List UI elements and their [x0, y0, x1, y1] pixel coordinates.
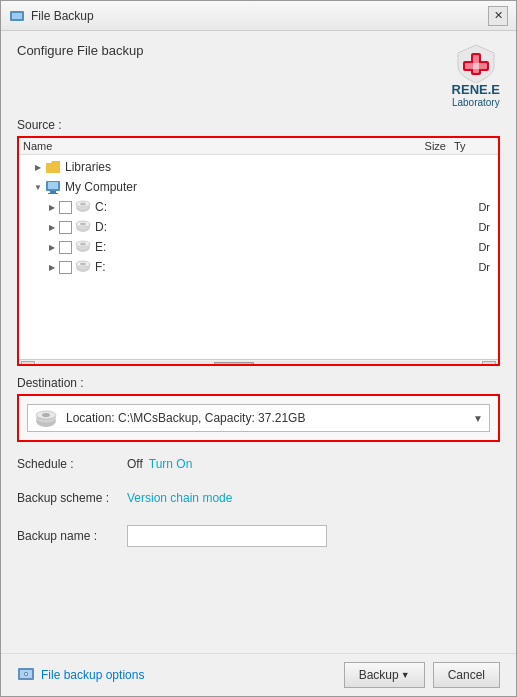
main-content: Configure File backup RENE.E Laboratory …: [1, 31, 516, 653]
expand-d[interactable]: ▶: [45, 220, 59, 234]
cancel-button[interactable]: Cancel: [433, 662, 500, 688]
tree-item-f[interactable]: ▶ F: Dr: [19, 257, 498, 277]
checkbox-c[interactable]: [59, 201, 72, 214]
header-area: Configure File backup RENE.E Laboratory: [17, 43, 500, 108]
svg-point-22: [80, 243, 86, 246]
pc-icon-mycomputer: [45, 180, 61, 194]
tree-col-type: Ty: [454, 140, 494, 152]
title-bar: File Backup ✕: [1, 1, 516, 31]
backup-name-row: Backup name :: [17, 520, 500, 552]
main-window: File Backup ✕ Configure File backup RENE…: [0, 0, 517, 697]
options-icon: [17, 667, 35, 683]
expand-c[interactable]: ▶: [45, 200, 59, 214]
backup-name-label: Backup name :: [17, 529, 127, 543]
dest-disk-icon: [34, 409, 58, 427]
footer-buttons: Backup ▼ Cancel: [344, 662, 500, 688]
tree-label-f: F:: [95, 260, 106, 274]
checkbox-d[interactable]: [59, 221, 72, 234]
tree-label-e: E:: [95, 240, 106, 254]
disk-icon-c: [75, 200, 91, 214]
backup-scheme-value[interactable]: Version chain mode: [127, 491, 232, 505]
tree-item-libraries[interactable]: ▶ Libraries: [19, 157, 498, 177]
logo-icon: [452, 43, 500, 83]
destination-section: Destination : Location: C:\MCsBackup, Ca…: [17, 376, 500, 442]
schedule-status: Off: [127, 457, 143, 471]
scroll-track[interactable]: [37, 361, 480, 367]
svg-point-34: [25, 673, 27, 675]
tree-item-e[interactable]: ▶ E: Dr: [19, 237, 498, 257]
destination-box: Location: C:\MCsBackup, Capacity: 37.21G…: [17, 394, 500, 442]
backup-name-input[interactable]: [127, 525, 327, 547]
file-backup-options-link[interactable]: File backup options: [17, 667, 344, 683]
tree-item-mycomputer[interactable]: ▼ My Computer: [19, 177, 498, 197]
svg-rect-8: [48, 182, 58, 189]
svg-rect-1: [12, 13, 22, 19]
schedule-turn-on[interactable]: Turn On: [149, 457, 193, 471]
destination-location-text: Location: C:\MCsBackup, Capacity: 37.21G…: [66, 411, 473, 425]
tree-type-e: Dr: [478, 241, 494, 253]
horizontal-scrollbar[interactable]: ◀ ▶: [19, 359, 498, 366]
title-bar-icon: [9, 8, 25, 24]
disk-icon-d: [75, 220, 91, 234]
tree-col-name: Name: [23, 140, 394, 152]
schedule-label: Schedule :: [17, 457, 127, 471]
title-bar-text: File Backup: [31, 9, 488, 23]
tree-label-libraries: Libraries: [65, 160, 111, 174]
tree-body[interactable]: ▶ Libraries ▼: [19, 155, 498, 359]
backup-button[interactable]: Backup ▼: [344, 662, 425, 688]
footer: File backup options Backup ▼ Cancel: [1, 653, 516, 696]
expand-mycomputer[interactable]: ▼: [31, 180, 45, 194]
tree-type-c: Dr: [478, 201, 494, 213]
svg-point-14: [80, 203, 86, 206]
svg-rect-6: [46, 164, 60, 173]
tree-label-d: D:: [95, 220, 107, 234]
tree-type-f: Dr: [478, 261, 494, 273]
source-label: Source :: [17, 118, 500, 132]
svg-point-30: [42, 413, 50, 417]
close-button[interactable]: ✕: [488, 6, 508, 26]
scroll-left[interactable]: ◀: [21, 361, 35, 367]
svg-rect-10: [48, 193, 58, 194]
tree-label-c: C:: [95, 200, 107, 214]
source-section: Source : Name Size Ty ▶: [17, 118, 500, 366]
expand-e[interactable]: ▶: [45, 240, 59, 254]
backup-scheme-label: Backup scheme :: [17, 491, 127, 505]
logo-sub: Laboratory: [452, 97, 500, 108]
folder-icon-libraries: [45, 160, 61, 174]
tree-header: Name Size Ty: [19, 138, 498, 155]
file-tree-container: Name Size Ty ▶ Libraries: [17, 136, 500, 366]
tree-item-c[interactable]: ▶ C: Dr: [19, 197, 498, 217]
options-label[interactable]: File backup options: [41, 668, 144, 682]
configure-title: Configure File backup: [17, 43, 143, 58]
dropdown-arrow-icon: ▼: [473, 413, 483, 424]
expand-libraries[interactable]: ▶: [31, 160, 45, 174]
logo-brand: RENE.E: [452, 83, 500, 97]
svg-point-18: [80, 223, 86, 226]
destination-label: Destination :: [17, 376, 500, 390]
disk-icon-f: [75, 260, 91, 274]
checkbox-e[interactable]: [59, 241, 72, 254]
tree-col-size: Size: [394, 140, 454, 152]
checkbox-f[interactable]: [59, 261, 72, 274]
svg-rect-5: [465, 63, 487, 69]
svg-point-26: [80, 263, 86, 266]
tree-type-d: Dr: [478, 221, 494, 233]
backup-dropdown-arrow-icon[interactable]: ▼: [401, 670, 410, 680]
scroll-thumb[interactable]: [214, 362, 254, 367]
scroll-right[interactable]: ▶: [482, 361, 496, 367]
svg-rect-9: [50, 191, 56, 193]
backup-button-label: Backup: [359, 668, 399, 682]
logo-area: RENE.E Laboratory: [452, 43, 500, 108]
tree-label-mycomputer: My Computer: [65, 180, 137, 194]
backup-scheme-row: Backup scheme : Version chain mode: [17, 486, 500, 510]
disk-icon-e: [75, 240, 91, 254]
expand-f[interactable]: ▶: [45, 260, 59, 274]
schedule-row: Schedule : Off Turn On: [17, 452, 500, 476]
destination-dropdown[interactable]: Location: C:\MCsBackup, Capacity: 37.21G…: [27, 404, 490, 432]
tree-item-d[interactable]: ▶ D: Dr: [19, 217, 498, 237]
